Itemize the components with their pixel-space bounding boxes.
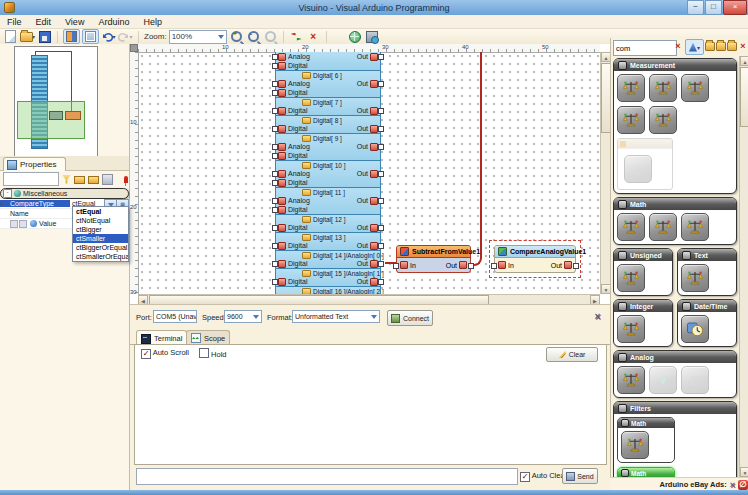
terminal-output[interactable] bbox=[135, 363, 606, 464]
port-select[interactable]: COM5 (Unav bbox=[153, 310, 197, 323]
zoom-select[interactable]: 100% bbox=[169, 30, 227, 44]
category-header[interactable]: Date/Time bbox=[678, 300, 736, 312]
auto-scroll-checkbox[interactable]: ✓ Auto Scroll bbox=[141, 348, 189, 359]
wire-out-up[interactable] bbox=[472, 52, 482, 266]
pin-channel-block[interactable]: Digital[ 16 ]/AnalogIn[ 2 ]DigitalOut bbox=[275, 286, 381, 294]
in-connector[interactable] bbox=[491, 263, 497, 269]
web-save-button[interactable] bbox=[365, 30, 380, 43]
properties-filter-input[interactable] bbox=[3, 172, 59, 186]
tab-properties[interactable]: Properties bbox=[3, 157, 66, 171]
arduino-board-pin-stack[interactable]: AnalogOutDigitalDigital[ 6 ]AnalogOutDig… bbox=[275, 52, 381, 294]
in-connector[interactable] bbox=[393, 263, 399, 269]
clear-button[interactable]: Clear bbox=[546, 347, 598, 362]
toolbox-scrollbar[interactable]: ▲ ▼ bbox=[739, 56, 748, 477]
component-tile-scale[interactable] bbox=[649, 213, 677, 241]
out-connector[interactable] bbox=[378, 81, 384, 87]
wizard-button[interactable]: ▾ bbox=[685, 39, 704, 55]
pin-channel-block[interactable]: AnalogOutDigital bbox=[275, 52, 381, 71]
group-math[interactable]: Math bbox=[617, 417, 675, 463]
out-connector[interactable] bbox=[378, 198, 384, 204]
pin-connector[interactable] bbox=[272, 207, 278, 213]
send-button[interactable]: Send bbox=[562, 468, 598, 484]
component-tile-scale[interactable] bbox=[617, 213, 645, 241]
pin-connector[interactable] bbox=[272, 81, 278, 87]
pin-connector[interactable] bbox=[272, 198, 278, 204]
pin-connector[interactable] bbox=[272, 90, 278, 96]
pin-channel-block[interactable]: Digital[ 6 ]AnalogOutDigital bbox=[275, 70, 381, 98]
pin-channel-block[interactable]: Digital[ 12 ]DigitalOut bbox=[275, 214, 381, 233]
pin-connector[interactable] bbox=[272, 108, 278, 114]
component-tile-heart[interactable]: ♥ bbox=[649, 366, 677, 394]
filter-icon[interactable] bbox=[62, 175, 71, 184]
save-button[interactable] bbox=[37, 30, 52, 43]
pin-connector[interactable] bbox=[272, 261, 278, 267]
block-header[interactable]: CompareAnalogValue1 bbox=[495, 246, 575, 258]
menu-help[interactable]: Help bbox=[136, 17, 169, 27]
pin-channel-block[interactable]: Digital[ 8 ]DigitalOut bbox=[275, 115, 381, 134]
scroll-down-icon[interactable]: ▼ bbox=[740, 467, 748, 477]
connect-button[interactable]: Connect bbox=[387, 310, 433, 326]
open-button[interactable]: ▾ bbox=[20, 30, 35, 43]
tab-scope[interactable]: Scope bbox=[186, 330, 230, 345]
component-tile-slash[interactable]: ∅ bbox=[681, 366, 709, 394]
pin-connector[interactable] bbox=[272, 54, 278, 60]
scroll-up-icon[interactable]: ▲ bbox=[740, 56, 748, 66]
zoom-out-button[interactable]: - bbox=[246, 30, 261, 43]
out-connector[interactable] bbox=[378, 171, 384, 177]
menu-file[interactable]: File bbox=[0, 17, 29, 27]
out-connector[interactable] bbox=[378, 225, 384, 231]
component-tile-scale[interactable] bbox=[681, 264, 709, 292]
category-header[interactable]: Integer bbox=[614, 300, 672, 312]
pin-connector[interactable] bbox=[272, 225, 278, 231]
component-tile-scale[interactable] bbox=[621, 431, 649, 459]
send-input[interactable] bbox=[136, 468, 518, 485]
pin-channel-block[interactable]: Digital[ 15 ]/AnalogIn[ 1 ]DigitalOut bbox=[275, 268, 381, 287]
dropdown-item-ctsmaller[interactable]: ctSmaller bbox=[73, 234, 128, 243]
pin-icon[interactable] bbox=[124, 176, 128, 183]
group-math[interactable]: Math bbox=[617, 467, 675, 477]
dropdown-item-ctequal[interactable]: ctEqual bbox=[73, 207, 128, 216]
close-button[interactable]: × bbox=[723, 0, 747, 15]
out-connector[interactable] bbox=[378, 126, 384, 132]
out-connector[interactable] bbox=[378, 144, 384, 150]
pin-connector[interactable] bbox=[272, 144, 278, 150]
component-tile-scale[interactable] bbox=[681, 74, 709, 102]
out-connector[interactable] bbox=[468, 263, 474, 269]
group-header[interactable]: Math bbox=[618, 418, 674, 428]
maximize-button[interactable]: □ bbox=[705, 0, 722, 15]
collapse-icon[interactable]: - bbox=[3, 189, 12, 198]
pin-channel-block[interactable]: Digital[ 14 ]/AnalogIn[ 0 ]DigitalOut bbox=[275, 250, 381, 269]
web-button[interactable] bbox=[348, 30, 363, 43]
pin-channel-block[interactable]: Digital[ 11 ]AnalogOutDigital bbox=[275, 187, 381, 215]
component-tile-scale[interactable] bbox=[617, 264, 645, 292]
component-tile-slash[interactable]: ∅ bbox=[624, 155, 652, 183]
pin-channel-block[interactable]: Digital[ 9 ]AnalogOutDigital bbox=[275, 133, 381, 161]
component-tile-scale[interactable] bbox=[649, 74, 677, 102]
block-subtractfromvalue1[interactable]: SubtractFromValue1 In Out bbox=[396, 245, 471, 273]
block-header[interactable]: SubtractFromValue1 bbox=[397, 246, 470, 258]
dropdown-item-ctbiggerorequal[interactable]: ctBiggerOrEqual bbox=[73, 243, 128, 252]
pin-connector[interactable] bbox=[272, 180, 278, 186]
dropdown-item-ctsmallerorequal[interactable]: ctSmallerOrEqual bbox=[73, 252, 128, 261]
new-button[interactable] bbox=[3, 30, 18, 43]
expand-all-icon[interactable] bbox=[102, 174, 113, 185]
pin-connector[interactable] bbox=[272, 171, 278, 177]
speed-select[interactable]: 9600 bbox=[224, 310, 262, 323]
format-select[interactable]: Unformatted Text bbox=[292, 310, 380, 323]
dropdown-item-ctnotequal[interactable]: ctNotEqual bbox=[73, 216, 128, 225]
toggle-grid-button[interactable] bbox=[82, 29, 99, 44]
dropdown-item-ctbigger[interactable]: ctBigger bbox=[73, 225, 128, 234]
component-tile-scale[interactable] bbox=[681, 213, 709, 241]
pin-connector[interactable] bbox=[272, 153, 278, 159]
undo-button[interactable]: ▾ bbox=[101, 30, 116, 43]
pin-channel-block[interactable]: Digital[ 10 ]AnalogOutDigital bbox=[275, 160, 381, 188]
menu-edit[interactable]: Edit bbox=[29, 17, 59, 27]
redo-button[interactable]: ▾ bbox=[118, 30, 133, 43]
group-header[interactable]: Math bbox=[618, 468, 674, 477]
block-compareanalogvalue1[interactable]: CompareAnalogValue1 In Out bbox=[494, 245, 576, 273]
upload-button[interactable] bbox=[289, 30, 304, 43]
alphabetic-view-icon[interactable] bbox=[88, 176, 99, 184]
zoom-in-button[interactable]: + bbox=[229, 30, 244, 43]
pin-channel-block[interactable]: Digital[ 7 ]DigitalOut bbox=[275, 97, 381, 116]
design-canvas[interactable]: AnalogOutDigitalDigital[ 6 ]AnalogOutDig… bbox=[138, 52, 600, 294]
